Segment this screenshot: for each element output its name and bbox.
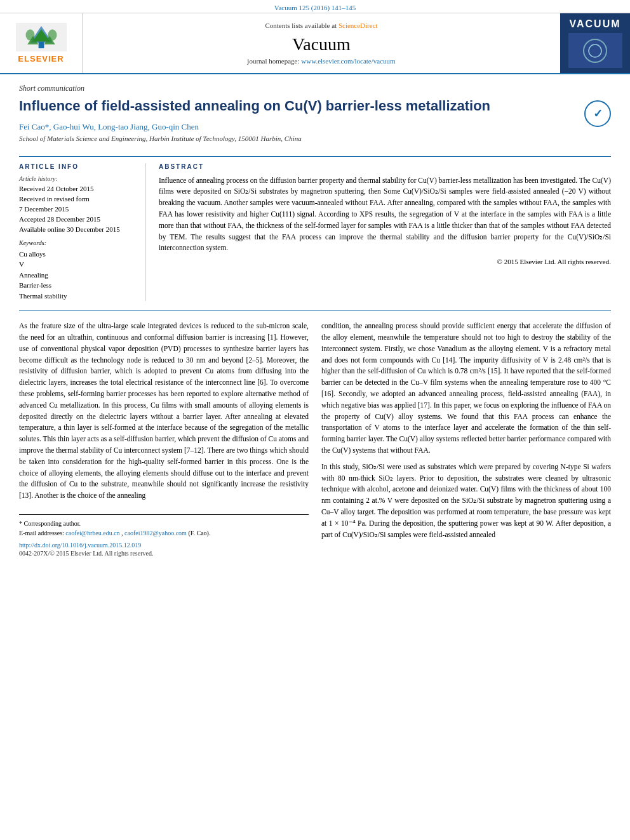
- tree-svg-icon: [19, 25, 64, 50]
- journal-title: Vacuum: [292, 34, 351, 55]
- journal-center: Contents lists available at ScienceDirec…: [83, 13, 560, 73]
- accepted-date: Accepted 28 December 2015: [19, 215, 136, 223]
- keyword-annealing: Annealing: [19, 270, 136, 281]
- right-column: condition, the annealing process should …: [321, 321, 611, 557]
- vacuum-logo-area: VACUUM: [560, 13, 630, 73]
- authors-line: Fei Cao*, Gao-hui Wu, Long-tao Jiang, Gu…: [19, 122, 578, 132]
- body-paragraph-2: condition, the annealing process should …: [321, 321, 611, 457]
- elsevier-logo-area: ELSEVIER: [0, 13, 83, 73]
- abstract-heading: ABSTRACT: [159, 163, 611, 170]
- email-1[interactable]: caofei@hrbeu.edu.cn: [65, 530, 119, 537]
- abstract-copyright: © 2015 Elsevier Ltd. All rights reserved…: [159, 258, 611, 265]
- revised-date: 7 December 2015: [19, 205, 136, 213]
- vacuum-cover-image: [568, 33, 622, 68]
- doi-line: http://dx.doi.org/10.1016/j.vacuum.2015.…: [19, 542, 309, 549]
- article-title: Influence of field-assisted annealing on…: [19, 97, 578, 116]
- svg-point-5: [25, 29, 34, 41]
- history-label: Article history:: [19, 175, 136, 182]
- keyword-thermal-stability: Thermal stability: [19, 291, 136, 302]
- email-suffix: (F. Cao).: [188, 530, 210, 537]
- crossmark-icon: ✓: [593, 107, 603, 121]
- article-info-heading: ARTICLE INFO: [19, 163, 136, 170]
- elsevier-wordmark: ELSEVIER: [18, 54, 64, 63]
- contents-available-line: Contents lists available at ScienceDirec…: [265, 22, 377, 29]
- email-footnote: E-mail addresses: caofei@hrbeu.edu.cn , …: [19, 528, 309, 538]
- article-type: Short communication: [19, 84, 611, 93]
- corresponding-author-note: * Corresponding author.: [19, 519, 309, 528]
- crossmark-badge: ✓: [584, 100, 611, 127]
- issn-line: 0042-207X/© 2015 Elsevier Ltd. All right…: [19, 550, 309, 557]
- received-revised-label: Received in revised form: [19, 195, 136, 203]
- main-body-content: As the feature size of the ultra-large s…: [19, 321, 611, 557]
- info-abstract-section: ARTICLE INFO Article history: Received 2…: [19, 163, 611, 302]
- sciencedirect-link[interactable]: ScienceDirect: [338, 22, 378, 29]
- elsevier-tree-logo: [16, 23, 67, 51]
- article-info-panel: ARTICLE INFO Article history: Received 2…: [19, 163, 146, 302]
- body-paragraph-1: As the feature size of the ultra-large s…: [19, 321, 309, 502]
- affiliation-line: School of Materials Science and Engineer…: [19, 135, 578, 142]
- left-column: As the feature size of the ultra-large s…: [19, 321, 309, 557]
- email-label: E-mail addresses:: [19, 530, 64, 537]
- doi-link[interactable]: http://dx.doi.org/10.1016/j.vacuum.2015.…: [19, 542, 141, 549]
- top-banner: Vacuum 125 (2016) 141–145: [0, 0, 630, 13]
- received-date: Received 24 October 2015: [19, 185, 136, 192]
- svg-point-6: [48, 29, 57, 41]
- footnote-area: * Corresponding author. E-mail addresses…: [19, 514, 309, 557]
- contents-label: Contents lists available at: [265, 22, 337, 29]
- article-body: Short communication Influence of field-a…: [0, 74, 630, 570]
- header-divider: [19, 156, 611, 157]
- journal-header: ELSEVIER Contents lists available at Sci…: [0, 13, 630, 74]
- email-2[interactable]: caofei1982@yahoo.com: [124, 530, 187, 537]
- vacuum-logo-text: VACUUM: [569, 18, 620, 30]
- homepage-url[interactable]: www.elsevier.com/locate/vacuum: [301, 57, 395, 65]
- abstract-text: Influence of annealing process on the di…: [159, 175, 611, 255]
- abstract-panel: ABSTRACT Influence of annealing process …: [159, 163, 611, 302]
- journal-volume-info: Vacuum 125 (2016) 141–145: [274, 4, 356, 11]
- keyword-cu-alloys: Cu alloys: [19, 249, 136, 260]
- keywords-label: Keywords:: [19, 239, 136, 246]
- body-divider: [19, 310, 611, 311]
- homepage-line: journal homepage: www.elsevier.com/locat…: [247, 57, 395, 65]
- keyword-v: V: [19, 259, 136, 270]
- corresponding-label: * Corresponding author.: [19, 520, 81, 527]
- available-online-date: Available online 30 December 2015: [19, 225, 136, 233]
- page: Vacuum 125 (2016) 141–145 ELSEVIER: [0, 0, 630, 840]
- vacuum-cover-svg: [570, 35, 620, 67]
- body-paragraph-3: In this study, SiO₂/Si were used as subs…: [321, 462, 611, 541]
- homepage-label: journal homepage:: [247, 57, 299, 65]
- keyword-barrier-less: Barrier-less: [19, 280, 136, 291]
